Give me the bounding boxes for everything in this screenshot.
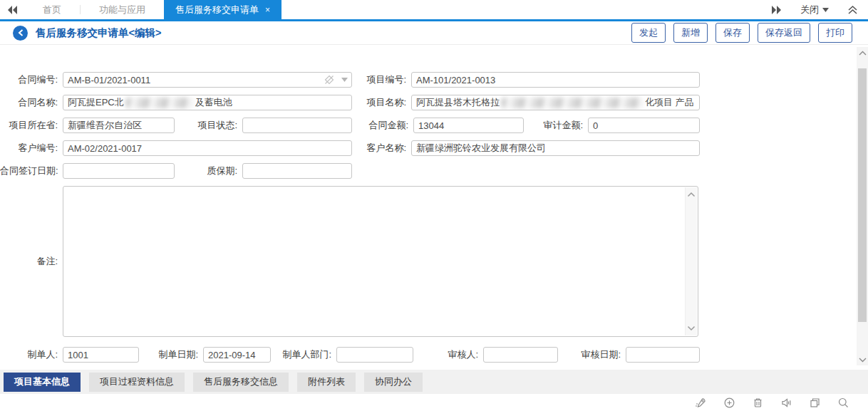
- lookup-disabled-icon[interactable]: [324, 75, 334, 85]
- project-name-redacted-blur: [501, 98, 644, 108]
- tab-service-transfer-info[interactable]: 售后服务移交信息: [193, 373, 289, 392]
- trash-icon[interactable]: [752, 397, 764, 409]
- auditor-input[interactable]: [483, 347, 558, 363]
- contract-no-input[interactable]: [63, 72, 352, 88]
- page-scrollbar[interactable]: [857, 47, 868, 365]
- scrollbar-up-icon[interactable]: [857, 47, 868, 58]
- search-icon[interactable]: [837, 397, 849, 409]
- contract-name-prefix: 阿瓦提EPC北: [68, 96, 124, 109]
- bottom-tab-bar: 项目基本信息 项目过程资料信息 售后服务移交信息 附件列表 协同办公: [0, 370, 868, 394]
- page-header: 售后服务移交申请单<编辑> 发起 新增 保存 保存返回 打印: [0, 21, 868, 45]
- scroll-tabs-left-icon[interactable]: [0, 0, 24, 19]
- contract-name-label: 合同名称:: [0, 96, 63, 109]
- speaker-icon[interactable]: [780, 397, 792, 409]
- project-name-label: 项目名称:: [352, 96, 411, 109]
- scrollbar-down-icon[interactable]: [857, 354, 868, 365]
- scrollbar-thumb[interactable]: [858, 68, 867, 322]
- back-button[interactable]: [13, 26, 28, 41]
- make-date-label: 制单日期:: [139, 348, 203, 361]
- remark-field: [63, 186, 698, 337]
- tabbar-right-controls: 关闭: [771, 0, 868, 19]
- remark-scrollbar[interactable]: [685, 187, 697, 335]
- chevron-left-icon: [18, 29, 24, 36]
- contract-sign-date-label: 合同签订日期:: [0, 165, 63, 177]
- app-window: 首页 功能与应用 售后服务移交申请单 × 关闭 售后服务移交申请单<编辑> 发起: [0, 0, 868, 411]
- contract-name-redacted-blur: [125, 98, 194, 108]
- top-tab-bar: 首页 功能与应用 售后服务移交申请单 × 关闭: [0, 0, 868, 21]
- initiate-button[interactable]: 发起: [631, 23, 666, 43]
- chevron-down-icon: [822, 8, 829, 12]
- audit-amount-input[interactable]: [588, 118, 700, 133]
- audit-date-label: 审核日期:: [558, 348, 626, 361]
- project-no-label: 项目编号:: [352, 73, 411, 86]
- combo-caret-icon[interactable]: [341, 78, 348, 82]
- project-no-input[interactable]: [411, 72, 700, 88]
- close-menu-button[interactable]: 关闭: [800, 4, 829, 16]
- tab-functions[interactable]: 功能与应用: [81, 0, 164, 19]
- close-menu-label: 关闭: [800, 4, 819, 16]
- remark-label: 备注:: [0, 255, 63, 268]
- maker-label: 制单人:: [0, 348, 63, 361]
- maker-dept-input[interactable]: [336, 347, 413, 363]
- tab-home-label: 首页: [43, 4, 61, 16]
- window-restore-icon[interactable]: [809, 397, 821, 409]
- new-button[interactable]: 新增: [673, 23, 708, 43]
- tab-attachment-list[interactable]: 附件列表: [297, 373, 356, 392]
- contract-amount-input[interactable]: [413, 118, 524, 133]
- audit-amount-label: 审计金额:: [524, 119, 588, 132]
- tab-home[interactable]: 首页: [24, 0, 80, 19]
- customer-no-label: 客户编号:: [0, 142, 63, 155]
- tab-service-transfer-label: 售后服务移交申请单: [175, 4, 259, 16]
- contract-no-label: 合同编号:: [0, 73, 63, 86]
- scroll-tabs-right-icon[interactable]: [771, 6, 782, 14]
- header-actions: 发起 新增 保存 保存返回 打印: [631, 23, 861, 43]
- save-return-button[interactable]: 保存返回: [758, 23, 810, 43]
- save-button[interactable]: 保存: [715, 23, 750, 43]
- scroll-down-icon: [687, 326, 696, 331]
- circle-plus-icon[interactable]: [723, 397, 735, 409]
- contract-name-suffix: 及蓄电池: [195, 96, 232, 109]
- contract-name-input[interactable]: 阿瓦提EPC北 及蓄电池: [63, 95, 352, 110]
- tab-service-transfer-active[interactable]: 售后服务移交申请单 ×: [164, 0, 281, 19]
- status-bar: [0, 394, 868, 411]
- warranty-period-input[interactable]: [242, 163, 352, 179]
- project-name-prefix: 阿瓦提县塔木托格拉: [416, 96, 500, 109]
- contract-amount-label: 合同金额:: [352, 119, 413, 132]
- collapse-up-icon[interactable]: [847, 5, 858, 15]
- make-date-input[interactable]: [203, 347, 271, 363]
- project-name-suffix: 化项目 产品: [645, 96, 694, 109]
- tab-collaboration[interactable]: 协同办公: [364, 373, 423, 392]
- customer-name-label: 客户名称:: [352, 142, 411, 155]
- tab-project-basic-info[interactable]: 项目基本信息: [4, 373, 81, 392]
- rocket-icon[interactable]: [695, 397, 707, 409]
- scroll-up-icon: [687, 192, 696, 197]
- project-name-input[interactable]: 阿瓦提县塔木托格拉 化项目 产品: [411, 95, 700, 110]
- warranty-period-label: 质保期:: [175, 165, 242, 177]
- province-input[interactable]: [63, 118, 175, 133]
- project-status-input[interactable]: [242, 118, 352, 133]
- customer-name-input[interactable]: [411, 140, 700, 156]
- tab-close-icon[interactable]: ×: [265, 5, 270, 15]
- audit-date-input[interactable]: [626, 347, 700, 363]
- project-status-label: 项目状态:: [175, 119, 242, 132]
- remark-textarea[interactable]: [63, 187, 685, 336]
- auditor-label: 审核人:: [413, 348, 483, 361]
- tab-functions-label: 功能与应用: [99, 4, 145, 16]
- page-title: 售后服务移交申请单<编辑>: [36, 26, 161, 40]
- maker-dept-label: 制单人部门:: [271, 348, 336, 361]
- customer-no-input[interactable]: [63, 140, 352, 156]
- contract-no-combo: [63, 72, 352, 88]
- print-button[interactable]: 打印: [818, 23, 852, 43]
- tab-project-process-info[interactable]: 项目过程资料信息: [89, 373, 185, 392]
- form-project-basic-info: 合同编号: 项目编号: 合同名称: 阿瓦提EPC北 及蓄电池 项目名称: 阿瓦提…: [0, 45, 868, 363]
- contract-sign-date-input[interactable]: [63, 163, 175, 179]
- province-label: 项目所在省:: [0, 119, 63, 132]
- maker-input[interactable]: [63, 347, 139, 363]
